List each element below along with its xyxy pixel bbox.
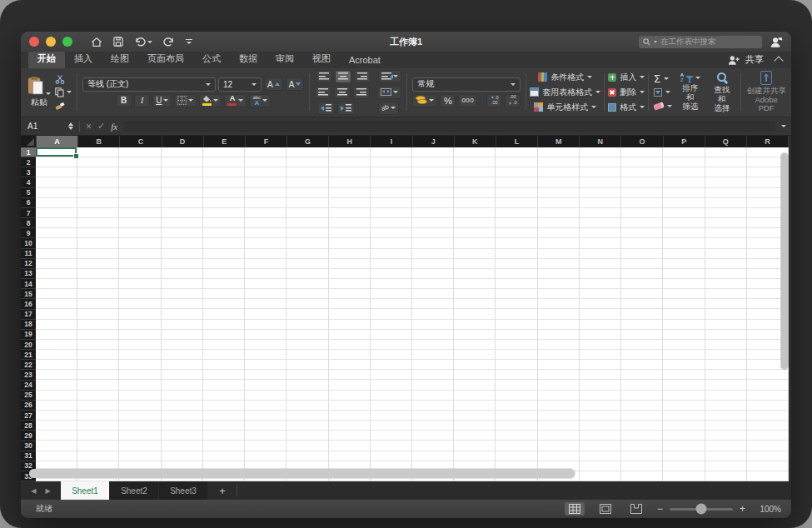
grid-cell-P32[interactable]	[663, 461, 705, 471]
grid-cell-B14[interactable]	[77, 279, 119, 289]
grid-cell-R29[interactable]	[747, 431, 789, 441]
grid-cell-C10[interactable]	[119, 238, 161, 248]
grid-cell-Q23[interactable]	[705, 370, 747, 380]
grid-cell-E19[interactable]	[203, 330, 245, 340]
grid-cell-O28[interactable]	[621, 421, 663, 431]
grid-cell-H6[interactable]	[329, 198, 371, 208]
grid-cell-L11[interactable]	[496, 249, 537, 259]
grid-cell-E10[interactable]	[203, 238, 245, 248]
grid-cell-C5[interactable]	[119, 188, 161, 198]
grid-cell-P22[interactable]	[663, 360, 705, 370]
grid-cell-A18[interactable]	[36, 320, 77, 330]
grid-cell-E15[interactable]	[203, 289, 245, 299]
phonetic-guide-button[interactable]: abc A	[249, 94, 271, 107]
grid-cell-P15[interactable]	[663, 289, 705, 299]
grid-cell-D3[interactable]	[162, 167, 203, 177]
account-avatar-icon[interactable]	[770, 36, 783, 48]
grid-cell-A31[interactable]	[36, 451, 77, 461]
grid-cell-Q2[interactable]	[705, 157, 747, 167]
grid-cell-K11[interactable]	[454, 249, 496, 259]
grid-cell-G12[interactable]	[286, 259, 328, 269]
grid-cell-I27[interactable]	[371, 411, 412, 421]
grid-cell-Q18[interactable]	[705, 320, 747, 330]
grid-cell-L18[interactable]	[496, 320, 537, 330]
grid-cell-J3[interactable]	[412, 167, 454, 177]
grid-cell-J25[interactable]	[412, 391, 454, 401]
grid-cell-N8[interactable]	[580, 218, 621, 228]
insert-function-icon[interactable]: fx	[111, 122, 117, 132]
grid-cell-K8[interactable]	[454, 218, 496, 228]
grid-cell-G23[interactable]	[286, 370, 328, 380]
grid-cell-A13[interactable]	[36, 269, 77, 279]
grid-cell-G11[interactable]	[286, 249, 328, 259]
grid-cell-R26[interactable]	[747, 401, 789, 411]
grid-cell-D21[interactable]	[162, 350, 203, 360]
grid-cell-L30[interactable]	[496, 441, 537, 451]
grid-cell-B11[interactable]	[77, 249, 119, 259]
create-share-pdf-button[interactable]: 创建并共享 Adobe PDF	[746, 71, 786, 114]
grid-cell-J6[interactable]	[412, 198, 454, 208]
grid-cell-A23[interactable]	[36, 370, 77, 380]
row-header-28[interactable]: 28	[21, 421, 36, 431]
column-header-P[interactable]: P	[664, 136, 705, 147]
grid-cell-F31[interactable]	[245, 451, 286, 461]
grid-cell-Q28[interactable]	[705, 421, 747, 431]
grid-cell-J28[interactable]	[412, 421, 454, 431]
grid-cell-Q7[interactable]	[705, 208, 747, 218]
ribbon-display-options-icon[interactable]	[186, 39, 192, 45]
grid-cell-Q10[interactable]	[705, 238, 747, 248]
merge-center-caret[interactable]	[393, 91, 398, 93]
grid-cell-D22[interactable]	[162, 360, 203, 370]
vertical-scrollbar[interactable]	[781, 153, 788, 369]
grid-cell-P31[interactable]	[663, 451, 705, 461]
paste-dropdown-caret[interactable]	[46, 92, 51, 95]
fill-color-caret[interactable]	[213, 99, 218, 102]
grid-cell-O3[interactable]	[621, 167, 663, 177]
grid-cell-K29[interactable]	[454, 431, 496, 441]
grid-cell-H4[interactable]	[329, 177, 371, 187]
grid-cell-E22[interactable]	[203, 360, 245, 370]
grid-cell-H8[interactable]	[329, 218, 371, 228]
grid-cell-E1[interactable]	[203, 147, 245, 157]
grid-cell-Q4[interactable]	[705, 177, 747, 187]
grid-cell-J7[interactable]	[412, 208, 454, 218]
grid-cell-E7[interactable]	[203, 208, 245, 218]
grid-cell-E27[interactable]	[203, 411, 245, 421]
grid-cell-K3[interactable]	[454, 167, 496, 177]
grid-cell-M20[interactable]	[538, 340, 580, 350]
grid-cell-I1[interactable]	[371, 147, 412, 157]
grid-cell-E18[interactable]	[203, 320, 245, 330]
row-header-5[interactable]: 5	[21, 188, 36, 198]
grid-cell-F9[interactable]	[245, 228, 286, 238]
grid-cell-R28[interactable]	[747, 421, 789, 431]
grid-cell-F22[interactable]	[245, 360, 286, 370]
grid-cell-B24[interactable]	[77, 380, 119, 390]
grid-cell-H3[interactable]	[329, 167, 371, 177]
grid-cell-Q26[interactable]	[705, 401, 747, 411]
grid-cell-I28[interactable]	[371, 421, 412, 431]
grid-cell-H15[interactable]	[329, 289, 371, 299]
grid-cell-P9[interactable]	[663, 228, 705, 238]
grid-cell-H18[interactable]	[329, 320, 371, 330]
column-header-I[interactable]: I	[371, 136, 412, 147]
grid-cell-P33[interactable]	[663, 471, 705, 481]
column-header-G[interactable]: G	[287, 136, 329, 147]
grid-cell-L13[interactable]	[496, 269, 537, 279]
grid-cell-P12[interactable]	[663, 259, 705, 269]
grid-cell-C9[interactable]	[119, 228, 161, 238]
grid-cell-D1[interactable]	[162, 147, 203, 157]
grid-cell-Q6[interactable]	[705, 198, 747, 208]
grid-cell-M10[interactable]	[538, 238, 580, 248]
grid-cell-C12[interactable]	[119, 259, 161, 269]
grid-cell-C26[interactable]	[119, 401, 161, 411]
grid-cell-P29[interactable]	[663, 431, 705, 441]
grid-cell-O4[interactable]	[621, 177, 663, 187]
grid-cell-O21[interactable]	[621, 350, 663, 360]
grid-cell-F27[interactable]	[245, 411, 286, 421]
grid-cell-Q31[interactable]	[705, 451, 747, 461]
grid-cell-O8[interactable]	[621, 218, 663, 228]
grid-cell-E26[interactable]	[203, 401, 245, 411]
grid-cell-C3[interactable]	[119, 167, 161, 177]
align-middle-button[interactable]	[335, 70, 351, 83]
grid-cell-O6[interactable]	[621, 198, 663, 208]
